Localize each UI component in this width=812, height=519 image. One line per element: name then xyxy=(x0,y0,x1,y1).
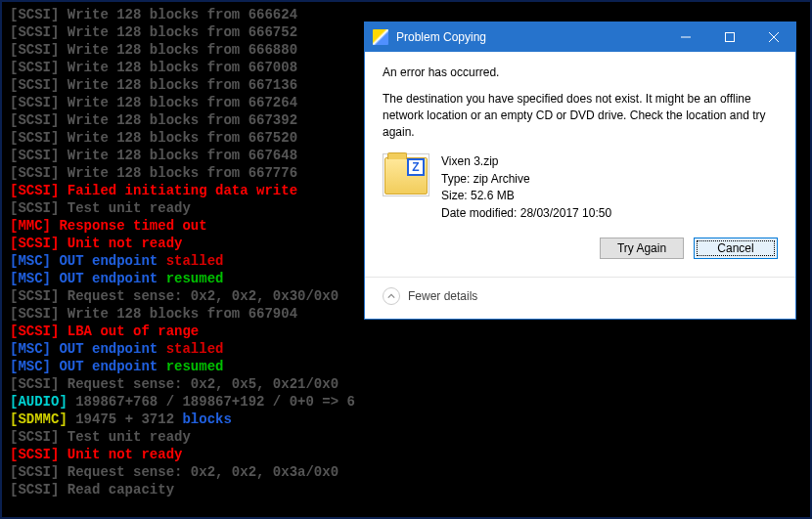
terminal-line: [SCSI] Test unit ready xyxy=(10,428,802,446)
terminal-line: [MSC] OUT endpoint resumed xyxy=(10,358,802,375)
file-icon: Z xyxy=(383,153,429,196)
terminal-line: [SCSI] Request sense: 0x2, 0x2, 0x3a/0x0 xyxy=(10,463,802,481)
fewer-details-label: Fewer details xyxy=(408,289,477,303)
dialog-titlebar[interactable]: Problem Copying xyxy=(365,22,795,52)
terminal-line: [SCSI] Unit not ready xyxy=(10,446,802,463)
file-metadata: Vixen 3.zip Type: zip Archive Size: 52.6… xyxy=(441,153,611,222)
file-type: Type: zip Archive xyxy=(441,171,611,188)
try-again-button[interactable]: Try Again xyxy=(600,238,684,259)
error-message: The destination you have specified does … xyxy=(383,91,778,140)
dialog-footer[interactable]: Fewer details xyxy=(365,278,795,319)
minimize-button[interactable] xyxy=(663,22,707,52)
close-button[interactable] xyxy=(751,22,795,52)
cancel-button[interactable]: Cancel xyxy=(694,238,778,259)
terminal-line: [SDMMC] 19475 + 3712 blocks xyxy=(10,411,802,428)
file-modified: Date modified: 28/03/2017 10:50 xyxy=(441,205,611,222)
error-heading: An error has occurred. xyxy=(383,65,778,79)
dialog-title: Problem Copying xyxy=(396,30,663,44)
maximize-button[interactable] xyxy=(707,22,751,52)
terminal-line: [AUDIO] 189867+768 / 189867+192 / 0+0 =>… xyxy=(10,393,802,411)
problem-copying-dialog: Problem Copying An error has occurred. T… xyxy=(364,22,796,320)
file-size: Size: 52.6 MB xyxy=(441,188,611,204)
terminal-line: [SCSI] Read capacity xyxy=(10,481,802,498)
terminal-line: [SCSI] Request sense: 0x2, 0x5, 0x21/0x0 xyxy=(10,375,802,393)
zip-badge-icon: Z xyxy=(407,158,425,176)
chevron-up-icon xyxy=(383,287,400,305)
dialog-button-row: Try Again Cancel xyxy=(383,232,778,267)
svg-rect-1 xyxy=(725,33,734,42)
file-name: Vixen 3.zip xyxy=(441,153,611,170)
terminal-line: [SCSI] LBA out of range xyxy=(10,323,802,340)
copy-icon xyxy=(373,29,388,45)
terminal-line: [MSC] OUT endpoint stalled xyxy=(10,340,802,358)
dialog-body: An error has occurred. The destination y… xyxy=(365,52,795,277)
file-info-row: Z Vixen 3.zip Type: zip Archive Size: 52… xyxy=(383,153,778,222)
